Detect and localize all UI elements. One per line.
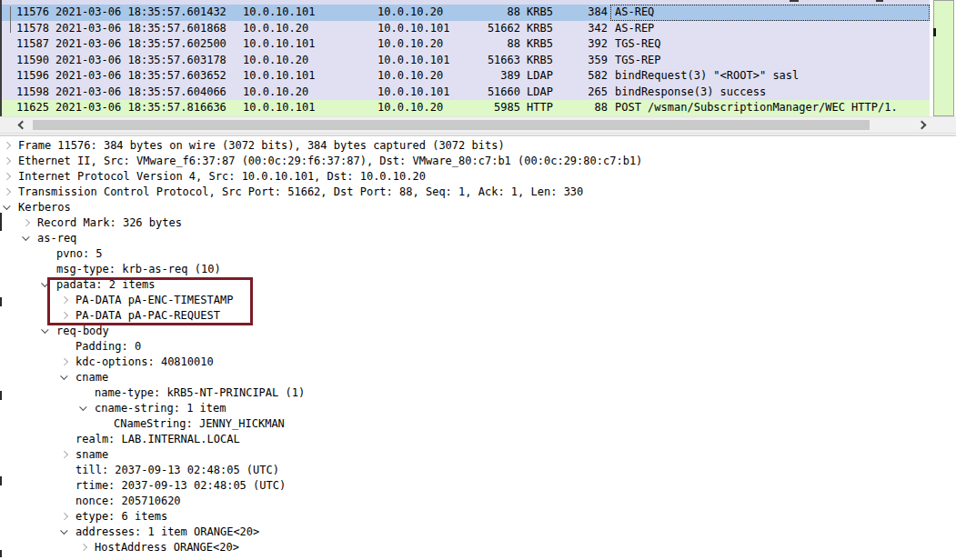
detail-line-text: Kerberos <box>18 200 71 215</box>
detail-tree-line[interactable]: Padding: 0 <box>0 339 956 355</box>
detail-tree-line[interactable]: PA-DATA pA-PAC-REQUEST <box>0 308 956 324</box>
detail-tree-line[interactable]: padata: 2 items <box>0 277 956 293</box>
detail-line-text: sname <box>75 447 108 463</box>
scroll-left-button[interactable] <box>17 122 24 128</box>
chevron-down-icon[interactable] <box>81 405 86 411</box>
chevron-down-icon[interactable] <box>62 375 67 380</box>
cell-protocol: KRB5 <box>527 21 553 37</box>
detail-tree-line[interactable]: nonce: 205710620 <box>0 494 956 509</box>
detail-tree-line[interactable]: PA-DATA pA-ENC-TIMESTAMP <box>0 293 956 308</box>
packet-row[interactable]: 115962021-03-06 18:35:57.60365210.0.10.1… <box>0 68 930 85</box>
detail-tree-line[interactable]: cname <box>0 370 956 385</box>
window-left-edge <box>0 0 2 116</box>
chevron-right-icon[interactable] <box>5 143 10 148</box>
cell-length: 582 <box>566 68 608 85</box>
packet-row[interactable]: 115872021-03-06 18:35:57.60250010.0.10.1… <box>0 36 930 53</box>
cell-source: 10.0.10.101 <box>243 5 315 21</box>
chevron-right-icon[interactable] <box>62 359 67 365</box>
cell-protocol: LDAP <box>527 68 553 85</box>
horizontal-scrollbar-thumb[interactable] <box>33 120 870 130</box>
detail-tree-line[interactable]: sname <box>0 447 956 463</box>
cell-time: 2021-03-06 18:35:57.603178 <box>55 53 226 69</box>
detail-line-text: Record Mark: 326 bytes <box>37 215 182 231</box>
detail-tree-line[interactable]: rtime: 2037-09-13 02:48:05 (UTC) <box>0 478 956 494</box>
chevron-right-icon[interactable] <box>62 514 67 519</box>
detail-line-text: PA-DATA pA-PAC-REQUEST <box>75 308 220 324</box>
chevron-right-icon[interactable] <box>62 452 67 457</box>
packet-row[interactable]: 115982021-03-06 18:35:57.60406610.0.10.2… <box>0 85 930 101</box>
packet-list-minimap-scrollbar[interactable] <box>933 0 954 116</box>
cell-destination: 10.0.10.101 <box>377 53 449 69</box>
cell-time: 2021-03-06 18:35:57.816636 <box>55 100 226 116</box>
packet-row[interactable]: 115762021-03-06 18:35:57.60143210.0.10.1… <box>0 5 930 21</box>
chevron-down-icon[interactable] <box>43 328 48 334</box>
chevron-right-icon[interactable] <box>5 189 10 195</box>
detail-line-text: req-body <box>56 324 109 339</box>
detail-tree-line[interactable]: till: 2037-09-13 02:48:05 (UTC) <box>0 463 956 478</box>
packet-capture-window: 115762021-03-06 18:35:57.60143210.0.10.1… <box>0 0 956 560</box>
chevron-right-icon[interactable] <box>62 297 67 303</box>
cell-info: bindResponse(3) success <box>615 85 766 101</box>
detail-tree-line[interactable]: Record Mark: 326 bytes <box>0 215 956 231</box>
window-left-edge-tick <box>0 391 2 400</box>
detail-tree-line[interactable]: realm: LAB.INTERNAL.LOCAL <box>0 432 956 447</box>
detail-tree-line[interactable]: Frame 11576: 384 bytes on wire (3072 bit… <box>0 138 956 154</box>
cell-time: 2021-03-06 18:35:57.603652 <box>55 68 226 85</box>
chevron-down-icon[interactable] <box>62 529 67 535</box>
detail-line-text: msg-type: krb-as-req (10) <box>56 262 221 277</box>
minimap-position-marker <box>933 28 936 36</box>
cell-source: 10.0.10.101 <box>243 100 315 116</box>
cell-length: 88 <box>566 100 608 116</box>
detail-tree-line[interactable]: Transmission Control Protocol, Src Port:… <box>0 185 956 200</box>
cell-info: AS-REP <box>615 21 654 37</box>
detail-tree-line[interactable]: as-req <box>0 231 956 246</box>
detail-line-text: realm: LAB.INTERNAL.LOCAL <box>75 432 240 447</box>
cell-time: 2021-03-06 18:35:57.602500 <box>55 36 226 53</box>
cell-port: 88 <box>455 36 520 53</box>
cell-port: 389 <box>455 68 520 85</box>
detail-tree-line[interactable]: req-body <box>0 324 956 339</box>
detail-line-text: HostAddress ORANGE<20> <box>95 540 239 555</box>
detail-tree-line[interactable]: kdc-options: 40810010 <box>0 355 956 370</box>
scroll-right-button[interactable] <box>919 122 925 128</box>
packet-row[interactable]: 115902021-03-06 18:35:57.60317810.0.10.2… <box>0 53 930 69</box>
chevron-right-icon[interactable] <box>5 174 10 179</box>
detail-line-text: name-type: kRB5-NT-PRINCIPAL (1) <box>95 385 305 401</box>
chevron-down-icon[interactable] <box>24 235 29 241</box>
detail-tree-line[interactable]: Internet Protocol Version 4, Src: 10.0.1… <box>0 169 956 185</box>
detail-tree-line[interactable]: msg-type: krb-as-req (10) <box>0 262 956 277</box>
chevron-down-icon[interactable] <box>43 282 48 287</box>
cell-no: 11598 <box>0 85 49 101</box>
chevron-right-icon[interactable] <box>81 545 86 550</box>
packet-row[interactable]: 115782021-03-06 18:35:57.60186810.0.10.2… <box>0 21 930 37</box>
packet-row[interactable]: 116252021-03-06 18:35:57.81663610.0.10.1… <box>0 100 930 116</box>
chevron-down-icon[interactable] <box>5 205 10 210</box>
detail-tree-line[interactable]: name-type: kRB5-NT-PRINCIPAL (1) <box>0 385 956 401</box>
cell-protocol: KRB5 <box>527 36 553 53</box>
cell-source: 10.0.10.20 <box>243 53 308 69</box>
chevron-right-icon[interactable] <box>5 158 10 164</box>
horizontal-scrollbar[interactable] <box>0 116 956 134</box>
detail-tree-line[interactable]: Kerberos <box>0 200 956 215</box>
detail-tree-line[interactable]: addresses: 1 item ORANGE<20> <box>0 525 956 540</box>
window-left-edge-tick <box>0 213 2 231</box>
detail-line-text: Internet Protocol Version 4, Src: 10.0.1… <box>18 169 426 185</box>
detail-line-text: pvno: 5 <box>56 246 103 262</box>
cell-no: 11587 <box>0 36 49 53</box>
detail-tree-line[interactable]: etype: 6 items <box>0 509 956 525</box>
cell-source: 10.0.10.20 <box>243 85 308 101</box>
cell-length: 359 <box>566 53 608 69</box>
detail-tree-line[interactable]: pvno: 5 <box>0 246 956 262</box>
packet-detail-pane: Frame 11576: 384 bytes on wire (3072 bit… <box>0 135 956 560</box>
detail-tree-line[interactable]: cname-string: 1 item <box>0 401 956 416</box>
detail-line-text: kdc-options: 40810010 <box>75 355 214 370</box>
detail-tree-line[interactable]: HostAddress ORANGE<20> <box>0 540 956 555</box>
chevron-right-icon[interactable] <box>62 313 67 318</box>
cell-length: 384 <box>566 5 608 21</box>
detail-tree-line[interactable]: CNameString: JENNY_HICKMAN <box>0 416 956 432</box>
chevron-right-icon[interactable] <box>24 220 29 225</box>
cell-protocol: KRB5 <box>527 5 553 21</box>
detail-line-text: as-req <box>37 231 76 246</box>
cell-protocol: HTTP <box>527 100 553 116</box>
detail-tree-line[interactable]: Ethernet II, Src: VMware_f6:37:87 (00:0c… <box>0 154 956 169</box>
